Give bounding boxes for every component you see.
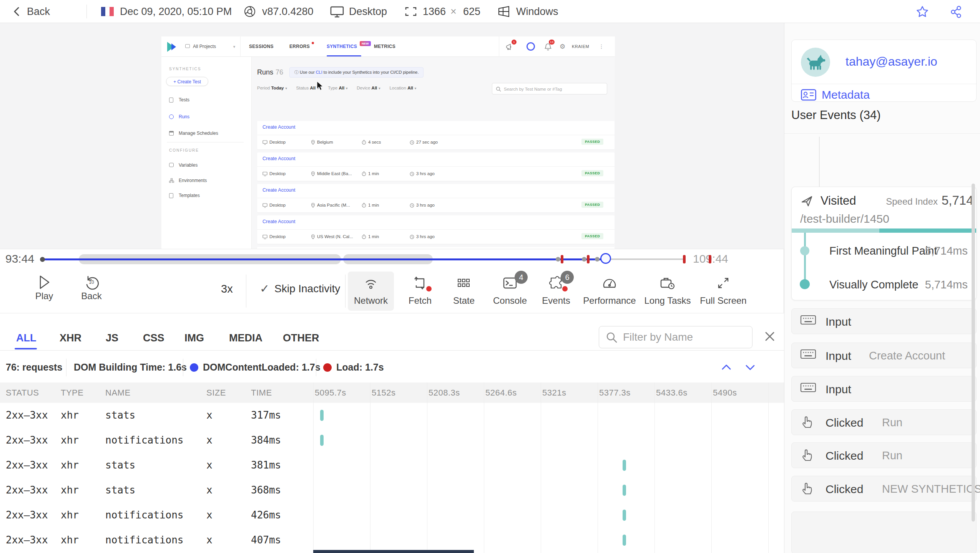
timeline-playhead[interactable] [600, 253, 611, 264]
skip-inactivity-check-icon[interactable]: ✓ [260, 282, 269, 295]
request-name: notifications [105, 428, 184, 453]
event-item-clicked[interactable]: ClickedRun [791, 442, 977, 468]
run-time-ago: 27 sec ago [410, 135, 438, 149]
metadata-button[interactable]: Metadata [822, 88, 870, 101]
net-tab-css[interactable]: CSS [143, 329, 164, 347]
run-location-icon [311, 203, 315, 208]
event-item-input[interactable]: InputCreate Account [791, 343, 977, 368]
net-tab-media[interactable]: MEDIA [229, 329, 262, 347]
visited-path: /test-builder/1450 [800, 212, 889, 225]
app-tab-sessions: SESSIONS [249, 36, 274, 57]
event-item-clicked[interactable]: ClickedRun [791, 409, 977, 435]
event-value: Run [882, 443, 902, 469]
column-header-name[interactable]: NAME [105, 382, 131, 403]
run-detail-row: DesktopAsia Pacific (M...1 min3 hrs agoP… [257, 198, 615, 212]
run-location-icon [311, 234, 315, 239]
issue-marker-tick[interactable] [587, 255, 590, 263]
run-time-ago: 3 hrs ago [410, 230, 435, 244]
create-test-button: + Create Test [166, 77, 208, 86]
device-type: Desktop [349, 0, 387, 23]
net-tab-all[interactable]: ALL [16, 329, 36, 347]
back-10-button[interactable]: 10 Back [77, 273, 106, 311]
event-item-input[interactable]: Input [791, 308, 977, 334]
request-time: 368ms [251, 478, 281, 503]
net-tab-img[interactable]: IMG [184, 329, 204, 347]
net-tab-other[interactable]: OTHER [283, 329, 319, 347]
request-status: 2xx–3xx [6, 428, 48, 453]
jump-down-icon[interactable] [742, 361, 758, 374]
app-sidebar: SYNTHETICS + Create Test Tests Runs Mana… [161, 57, 252, 249]
close-panel-icon[interactable] [763, 329, 777, 343]
request-status: 2xx–3xx [6, 403, 48, 428]
panel-button-events[interactable]: Events6 [533, 272, 579, 311]
network-request-row[interactable]: 2xx–3xxxhrnotificationsx407ms [0, 528, 784, 553]
run-status-badge: PASSED [581, 139, 603, 145]
request-type: xhr [61, 478, 79, 503]
alert-dot [562, 286, 568, 291]
network-request-row[interactable]: 2xx–3xxxhrstatsx317ms [0, 403, 784, 428]
panel-button-full-screen[interactable]: Full Screen [700, 272, 746, 311]
issue-marker-tick[interactable] [683, 255, 686, 263]
event-label: Clicked [826, 410, 863, 435]
speed-toggle[interactable]: 3x [221, 283, 233, 295]
issue-marker-tick[interactable] [709, 255, 711, 263]
column-header-type[interactable]: TYPE [61, 382, 83, 403]
event-marker-dot[interactable] [595, 257, 600, 262]
request-name: stats [105, 478, 135, 503]
net-tab-js[interactable]: JS [106, 329, 118, 347]
visited-event-card[interactable]: Visited Speed Index 5,714 /test-builder/… [791, 187, 977, 300]
run-time-ago-icon [410, 172, 414, 176]
issue-marker-tick[interactable] [561, 255, 563, 263]
run-card: Create AccountDesktopBelgium4 secs27 sec… [257, 121, 615, 149]
event-label: Input [826, 309, 851, 334]
user-email[interactable]: tahay@asayer.io [845, 55, 937, 69]
app-logo-icon [165, 41, 178, 53]
request-timing-bar [623, 535, 626, 546]
timeline-progress[interactable] [42, 258, 606, 260]
back-button[interactable]: Back [11, 0, 65, 23]
time-column-header: 5321s [542, 382, 566, 403]
request-timing-bar [623, 485, 626, 496]
panel-label: Performance [581, 295, 638, 306]
column-header-status[interactable]: STATUS [6, 382, 39, 403]
event-item-clicked[interactable]: ClickedNEW SYNTHETICS [791, 476, 977, 502]
fetch-icon [397, 275, 443, 291]
timeline-track[interactable] [0, 249, 784, 269]
timeline-bar[interactable]: 93:44 109:44 [0, 249, 784, 269]
jump-up-icon[interactable] [719, 361, 734, 374]
mouse-cursor [316, 81, 325, 91]
timeline-remaining[interactable] [606, 258, 685, 260]
panel-label: Events [527, 295, 585, 306]
column-header-time[interactable]: TIME [251, 382, 272, 403]
event-marker-dot[interactable] [582, 257, 586, 262]
panel-button-network[interactable]: Network [348, 272, 394, 311]
favorite-star-icon[interactable] [915, 5, 929, 19]
column-header-size[interactable]: SIZE [206, 382, 226, 403]
request-name: notifications [105, 503, 184, 528]
play-button[interactable]: Play [31, 273, 58, 311]
metric-dot-fmp [800, 246, 809, 255]
share-icon[interactable] [949, 5, 963, 19]
panel-button-performance[interactable]: Performance [586, 272, 633, 311]
event-item-input[interactable]: Input [791, 376, 977, 402]
request-type: xhr [61, 428, 79, 453]
timeline-scroll-indicator[interactable] [313, 550, 474, 553]
panel-button-state[interactable]: State [441, 272, 487, 311]
network-request-row[interactable]: 2xx–3xxxhrnotificationsx426ms [0, 503, 784, 528]
network-table-header: STATUSTYPENAMESIZETIME5095.7s5152s5208.3… [0, 382, 784, 403]
net-tab-xhr[interactable]: XHR [60, 329, 81, 347]
panel-button-long-tasks[interactable]: Long Tasks [644, 272, 691, 311]
app-side-item-variables: Variables [179, 162, 198, 168]
run-duration-icon [362, 234, 366, 239]
sidebar-scrollbar[interactable] [972, 184, 975, 522]
event-marker-dot[interactable] [556, 257, 560, 262]
filter-input[interactable]: Filter by Name [599, 326, 752, 348]
network-request-row[interactable]: 2xx–3xxxhrstatsx381ms [0, 453, 784, 478]
panel-button-console[interactable]: Console4 [487, 272, 533, 311]
network-request-row[interactable]: 2xx–3xxxhrstatsx368ms [0, 478, 784, 503]
replay-stage[interactable]: All Projects ▼ SESSIONS ERRORS SYNTHETIC… [0, 23, 784, 249]
skip-inactivity-label[interactable]: Skip Inactivity [274, 283, 340, 295]
network-request-row[interactable]: 2xx–3xxxhrnotificationsx384ms [0, 428, 784, 453]
run-duration-icon [362, 140, 366, 145]
app-header-divider [240, 36, 241, 57]
